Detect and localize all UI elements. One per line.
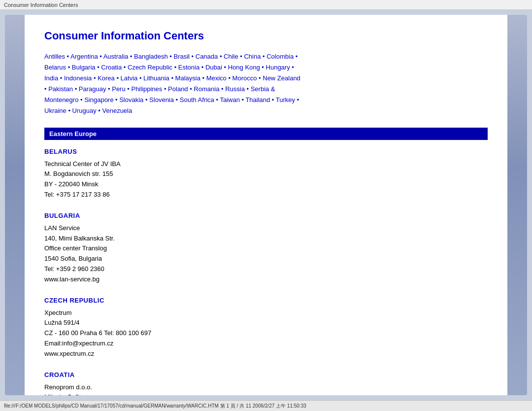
country-title: CROATIA (44, 371, 488, 378)
title-bar-text: Consumer Information Centers (4, 2, 78, 8)
links-line-3: India • Indonesia • Korea • Latvia • Lit… (44, 73, 488, 84)
country-info: LAN Service 140, Mimi Balkanska Str. Off… (44, 223, 488, 285)
sidebar-right (507, 15, 527, 395)
country-info: Xpectrum Lužná 591/4 CZ - 160 00 Praha 6… (44, 308, 488, 359)
country-title: BULGARIA (44, 212, 488, 219)
countries-container: BELARUSTechnical Center of JV IBA M. Bog… (44, 148, 488, 395)
country-section: BULGARIALAN Service 140, Mimi Balkanska … (44, 212, 488, 285)
country-info: Technical Center of JV IBA M. Bogdanovic… (44, 159, 488, 200)
section-header: Eastern Europe (44, 128, 488, 140)
country-section: CZECH REPUBLICXpectrum Lužná 591/4 CZ - … (44, 297, 488, 359)
country-section: CROATIARenoprom d.o.o. Mlinska 5, Strmec… (44, 371, 488, 395)
country-info: Renoprom d.o.o. Mlinska 5, Strmec HR - 4… (44, 382, 488, 395)
links-line-2: Belarus • Bulgaria • Croatia • Czech Rep… (44, 62, 488, 73)
links-line-4: • Pakistan • Paraguay • Peru • Philippin… (44, 84, 488, 95)
links-line-1: Antilles • Argentina • Australia • Bangl… (44, 51, 488, 62)
links-line-5: Montenegro • Singapore • Slovakia • Slov… (44, 95, 488, 105)
title-bar: Consumer Information Centers (0, 0, 532, 10)
sidebar-right-outer: Consumer Information Centers Antilles • … (25, 15, 527, 395)
browser-outer: Consumer Information Centers Antilles • … (0, 10, 532, 400)
country-section: BELARUSTechnical Center of JV IBA M. Bog… (44, 148, 488, 200)
country-title: CZECH REPUBLIC (44, 297, 488, 304)
status-bar-text: file:///F:/OEM MODELS/philips/CD Manual/… (4, 403, 306, 410)
links-line-6: Ukraine • Uruguay • Venezuela (44, 105, 488, 116)
sidebar-left (5, 15, 25, 395)
status-bar: file:///F:/OEM MODELS/philips/CD Manual/… (0, 400, 532, 411)
links-section: Antilles • Argentina • Australia • Bangl… (44, 51, 488, 117)
content-area: Consumer Information Centers Antilles • … (25, 15, 507, 395)
page-title: Consumer Information Centers (44, 30, 488, 42)
country-title: BELARUS (44, 148, 488, 155)
